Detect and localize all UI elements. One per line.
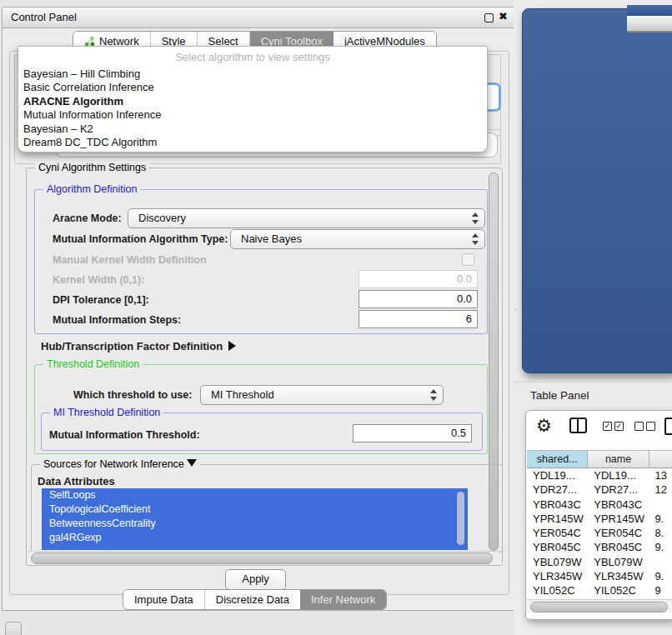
data-attribute-item[interactable]: SelfLoops (42, 488, 468, 502)
table-rows: YDL19...YDL19...13YDR27...YDR27...12YBR0… (527, 468, 672, 598)
sources-group-title[interactable]: Sources for Network Inference (40, 458, 200, 470)
which-threshold-label: Which threshold to use: (73, 389, 192, 401)
panel-title: Control Panel (11, 11, 77, 23)
table-row[interactable]: YBR043CYBR043C (527, 498, 672, 512)
bottom-tab-bar: Impute DataDiscretize DataInfer Network (123, 589, 387, 610)
table-cell: 9. (649, 512, 672, 526)
column-header-hidden[interactable] (649, 451, 672, 468)
aracne-mode-combobox[interactable]: Discovery (128, 208, 485, 228)
table-row[interactable]: YPR145WYPR145W9. (527, 512, 672, 526)
table-cell: YDR27... (527, 482, 588, 497)
mi-threshold-label: Mutual Information Threshold: (49, 429, 200, 441)
table-row[interactable]: YER054CYER054C8. (527, 526, 672, 540)
table-row[interactable]: YDR27...YDR27...12 (527, 482, 672, 497)
dpi-tolerance-field[interactable]: 0.0 (359, 290, 478, 308)
unselect-all-checkbox-icon[interactable] (634, 422, 644, 431)
kernel-width-label: Kernel Width (0,1): (53, 274, 144, 286)
table-cell (649, 498, 672, 512)
float-window-icon[interactable] (484, 13, 494, 22)
aracne-mode-label: Aracne Mode: (53, 212, 122, 224)
select-all-checkbox-icon[interactable]: ✓ (603, 422, 612, 431)
table-cell: YER054C (527, 526, 588, 540)
close-icon[interactable]: ✖ (499, 10, 508, 22)
new-table-icon[interactable] (664, 418, 672, 435)
tab-label: Impute Data (134, 593, 193, 606)
tab-impute-data[interactable]: Impute Data (123, 590, 205, 609)
select-all-checkbox-icon[interactable]: ✓ (614, 422, 624, 431)
table-cell: YBL079W (527, 555, 588, 569)
tab-discretize-data[interactable]: Discretize Data (205, 590, 300, 609)
table-cell: YDL19... (527, 468, 588, 482)
table-cell: 9. (649, 569, 672, 583)
table-cell: YER054C (588, 526, 649, 540)
which-threshold-value: MI Threshold (211, 388, 274, 401)
mi-steps-label: Mutual Information Steps: (53, 314, 181, 326)
algorithm-option[interactable]: Basic Correlation Inference (22, 81, 484, 94)
table-horizontal-scrollbar[interactable] (530, 602, 668, 612)
settings-group-title: Cyni Algorithm Settings (35, 162, 149, 173)
mi-steps-field[interactable]: 6 (359, 310, 478, 328)
data-attribute-item[interactable]: gal4RGexp (42, 531, 468, 545)
columns-icon[interactable] (569, 418, 587, 433)
column-header-name[interactable]: name (588, 451, 649, 468)
tab-label: Infer Network (311, 593, 375, 606)
table-cell: YDL19... (588, 468, 649, 482)
algorithm-option[interactable]: Mutual Information Inference (22, 108, 484, 122)
minimized-panel-icon[interactable] (5, 622, 22, 635)
table-row[interactable]: YLR345WYLR345W9. (527, 569, 672, 583)
column-header-shared...[interactable]: shared... (527, 451, 588, 468)
threshold-definition-title: Threshold Definition (43, 358, 143, 370)
apply-button[interactable]: Apply (225, 569, 286, 590)
table-cell: YLR345W (588, 569, 649, 583)
attribute-list-scrollbar[interactable] (457, 492, 464, 545)
table-cell: YBR045C (527, 540, 588, 554)
split-pane-handle[interactable]: ‹ (514, 306, 519, 313)
hub-definition-toggle[interactable]: Hub/Transcription Factor Definition (41, 340, 236, 352)
gear-icon[interactable]: ⚙ (536, 418, 552, 435)
dropdown-placeholder[interactable]: Select algorithm to view settings (18, 51, 487, 63)
table-row[interactable]: YBR045CYBR045C9. (527, 540, 672, 554)
kernel-width-field[interactable]: 0.0 (359, 270, 478, 288)
which-threshold-combobox[interactable]: MI Threshold (200, 385, 444, 405)
combo-stepper-icon (472, 233, 479, 245)
screen: Control Panel ✖ NetworkStyleSelectCyni T… (0, 0, 672, 635)
table-row[interactable]: YBL079WYBL079W (527, 555, 672, 569)
algorithm-option[interactable]: Dream8 DC_TDC Algorithm (22, 136, 484, 149)
mi-threshold-field[interactable]: 0.5 (353, 424, 472, 442)
table-cell: 13 (649, 468, 672, 482)
mi-type-value: Naive Bayes (241, 232, 302, 245)
table-panel-window: ⚙ ✓ ✓ shared...name YDL19...YDL19...13YD… (525, 410, 672, 620)
unselect-all-checkbox-icon[interactable] (646, 422, 655, 431)
table-row[interactable]: YDL19...YDL19...13 (527, 468, 672, 482)
table-cell: 9. (649, 540, 672, 554)
mi-type-combobox[interactable]: Naive Bayes (230, 229, 485, 249)
control-panel-titlebar[interactable]: Control Panel ✖ (3, 8, 514, 28)
mi-threshold-definition-title: MI Threshold Definition (50, 407, 163, 418)
algorithm-option[interactable]: ARACNE Algorithm (22, 95, 484, 108)
table-cell: YBL079W (588, 555, 649, 569)
data-attribute-item[interactable]: TopologicalCoefficient (42, 502, 468, 517)
data-attributes-list[interactable]: SelfLoopsTopologicalCoefficientBetweenne… (42, 488, 468, 550)
tab-infer-network[interactable]: Infer Network (300, 590, 386, 609)
table-panel-header: Table Panel (514, 382, 672, 409)
network-view-window: GALGAL80GAL10GAL1GAL11SWI4GAL4GCY1HAP4YH… (522, 8, 672, 373)
background-window-edge (627, 5, 672, 16)
table-header-row: shared...name (527, 450, 672, 468)
data-attribute-item[interactable]: BetweennessCentrality (42, 517, 468, 531)
table-cell: YPR145W (527, 512, 588, 526)
table-cell: 9 (649, 583, 672, 598)
control-panel-window: Control Panel ✖ NetworkStyleSelectCyni T… (2, 7, 515, 611)
table-row[interactable]: YIL052CYIL052C9 (527, 583, 672, 598)
table-cell: YDR27... (588, 482, 649, 497)
algorithm-dropdown-popup: Select algorithm to view settings Bayesi… (18, 46, 488, 152)
settings-horizontal-scrollbar[interactable] (31, 552, 493, 564)
background-window-toolbar (627, 16, 672, 32)
algorithm-option[interactable]: Bayesian – Hill Climbing (22, 68, 484, 81)
table-cell: 8. (649, 526, 672, 540)
dpi-tolerance-label: DPI Tolerance [0,1]: (53, 294, 149, 306)
dropdown-options: Bayesian – Hill ClimbingBasic Correlatio… (22, 68, 484, 149)
algorithm-option[interactable]: Bayesian – K2 (22, 122, 484, 136)
table-cell: YPR145W (588, 512, 649, 526)
table-cell: YBR043C (527, 498, 588, 512)
manual-kernel-checkbox[interactable] (462, 253, 474, 266)
